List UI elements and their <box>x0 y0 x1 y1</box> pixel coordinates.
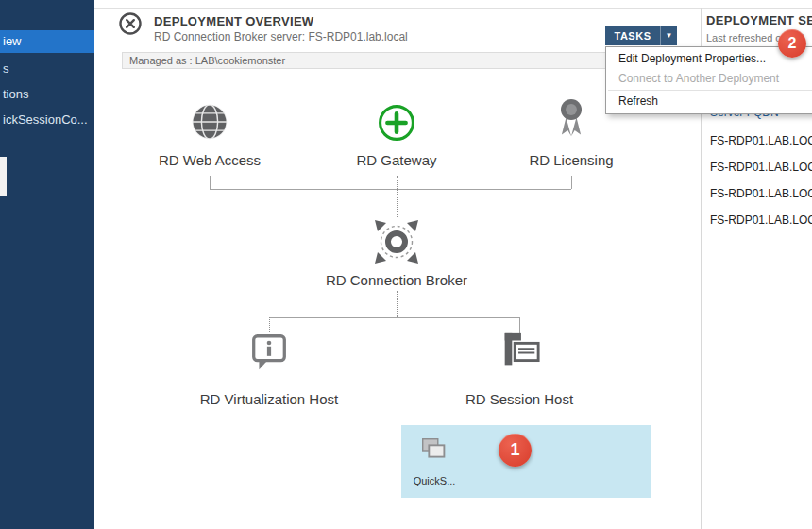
deployment-servers-title: DEPLOYMENT SERVERS <box>706 13 812 27</box>
panel-top-border <box>94 8 812 9</box>
node-label-gateway: RD Gateway <box>321 152 472 168</box>
menu-separator <box>608 90 812 91</box>
connector-line <box>210 176 211 189</box>
connector-line-dotted <box>397 189 398 217</box>
sidebar-scrollbar-thumb[interactable] <box>0 157 7 196</box>
medal-icon[interactable] <box>550 96 592 145</box>
chevron-down-icon: ▼ <box>660 26 677 45</box>
menu-item-connect-to-another-deployment: Connect to Another Deployment <box>606 69 812 89</box>
tasks-button[interactable]: TASKS ▼ <box>605 26 677 45</box>
displays-stack-icon <box>418 435 450 470</box>
tasks-dropdown-menu: Edit Deployment Properties... Connect to… <box>605 46 812 114</box>
menu-item-refresh[interactable]: Refresh <box>606 92 812 111</box>
deployment-overview-subtitle: RD Connection Broker server: FS-RDP01.la… <box>154 30 408 43</box>
deployment-overview-title: DEPLOYMENT OVERVIEW <box>154 14 313 28</box>
sidebar-item-quicksessioncollection[interactable]: ickSessionCo... <box>0 109 94 131</box>
annotation-badge-step-1: 1 <box>499 434 532 467</box>
sidebar-item-collections[interactable]: tions <box>0 83 94 106</box>
connector-line <box>269 317 519 318</box>
info-bubble-icon[interactable] <box>247 331 291 378</box>
tasks-button-label: TASKS <box>605 30 660 42</box>
node-label-session-host: RD Session Host <box>444 391 595 407</box>
server-row[interactable]: FS-RDP01.LAB.LOCAL <box>710 134 812 147</box>
globe-icon[interactable] <box>188 100 231 147</box>
server-row[interactable]: FS-RDP01.LAB.LOCAL <box>710 161 812 174</box>
annotation-badge-step-2: 2 <box>778 29 806 58</box>
connector-line <box>210 189 571 190</box>
node-label-licensing: RD Licensing <box>496 152 647 168</box>
server-manager-window: iew s tions ickSessionCo... DEPLOYMENT O… <box>0 0 812 529</box>
rds-sidebar: iew s tions ickSessionCo... <box>0 0 94 529</box>
server-monitor-icon[interactable] <box>498 330 541 377</box>
connector-line-dotted <box>397 291 398 317</box>
connector-line <box>571 176 572 189</box>
server-row[interactable]: FS-RDP01.LAB.LOCAL <box>710 187 812 200</box>
server-row[interactable]: FS-RDP01.LAB.LOCAL <box>710 213 812 227</box>
plus-circle-icon[interactable] <box>376 102 417 147</box>
sidebar-item-servers[interactable]: s <box>0 58 94 80</box>
node-label-connection-broker: RD Connection Broker <box>312 272 482 288</box>
collection-label: QuickS... <box>403 475 465 486</box>
broker-converge-arrows-icon[interactable] <box>372 217 421 270</box>
sidebar-item-overview[interactable]: iew <box>0 30 94 53</box>
deployment-overview-circle-x-icon <box>118 11 143 36</box>
node-label-web-access: RD Web Access <box>134 152 285 168</box>
connector-line-dotted <box>397 176 398 189</box>
node-label-virtualization-host: RD Virtualization Host <box>184 391 354 407</box>
